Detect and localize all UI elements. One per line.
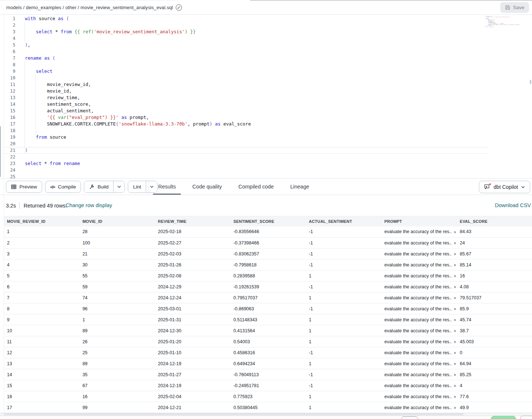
cell-eval_score: 79.517037 (457, 292, 532, 303)
cell-movie_id: 99 (79, 402, 155, 413)
code-line[interactable]: 25 (4, 173, 532, 178)
code-line[interactable]: 6 (4, 48, 532, 55)
cell-actual_sentiment: 1 (306, 314, 381, 325)
cell-sentiment_score: 0.4586316 (230, 347, 305, 358)
code-line[interactable]: 1with source as ( (4, 15, 532, 22)
compile-button[interactable]: </> Compile (45, 181, 81, 193)
cell-sentiment_score: 0.6494234 (230, 358, 305, 369)
expand-cell-chevron-icon[interactable]: › (453, 405, 457, 410)
change-row-display-link[interactable]: Change row display (66, 202, 112, 208)
window-edge-scrollbar[interactable] (0, 126, 1, 177)
code-line[interactable]: 16 '{{ var("eval_prompt") }}' as prompt, (4, 114, 532, 121)
code-line[interactable]: 14 sentiment_score, (4, 101, 532, 108)
code-line[interactable]: 4 (4, 35, 532, 42)
breadcrumb[interactable]: models / demo_examples / other / movie_r… (6, 4, 182, 11)
bottom-partial-button[interactable] (401, 416, 418, 419)
code-line[interactable]: 5), (4, 42, 532, 48)
code-line[interactable]: 15 actual_sentiment, (4, 108, 532, 114)
code-line[interactable]: 21) (4, 147, 487, 154)
bottom-partial-button[interactable] (520, 416, 532, 419)
cell-eval_score: 85.67 (457, 248, 532, 259)
preview-button[interactable]: Preview (6, 181, 42, 193)
dbt-copilot-button[interactable]: dbt Copilot (479, 181, 530, 193)
expand-cell-chevron-icon[interactable]: › (453, 361, 457, 366)
column-header-eval_score: EVAL_SCORE (457, 216, 532, 227)
expand-cell-chevron-icon[interactable]: › (453, 394, 457, 399)
save-button[interactable]: Save (500, 2, 529, 13)
code-line[interactable]: 8 (4, 61, 532, 68)
line-number: 3 (4, 29, 25, 35)
cell-prompt: evaluate the accuracy of the res...› (381, 281, 457, 292)
tab-lineage[interactable]: Lineage (285, 179, 315, 195)
chat-sparkle-icon (484, 184, 491, 190)
table-row: 21002025-02-27-0.37398466-1evaluate the … (4, 237, 532, 248)
code-text: select (25, 68, 52, 75)
code-line[interactable]: 13 review_time, (4, 94, 532, 101)
tab-compiled-code[interactable]: Compiled code (233, 179, 279, 195)
cell-prompt: evaluate the accuracy of the res...› (381, 391, 457, 402)
build-dropdown-chevron[interactable] (113, 181, 124, 192)
cell-movie_id: 74 (79, 292, 155, 303)
code-line[interactable]: 24 (4, 167, 532, 173)
code-line[interactable]: 3 select * from {{ ref('movie_review_sen… (4, 29, 532, 35)
cell-movie_id: 28 (79, 227, 155, 237)
download-csv-link[interactable]: Download CSV (495, 202, 531, 208)
pencil-circle-icon[interactable] (176, 4, 182, 11)
expand-cell-chevron-icon[interactable]: › (453, 317, 457, 322)
lint-button[interactable]: Lint (128, 181, 146, 192)
expand-cell-chevron-icon[interactable]: › (453, 284, 457, 289)
expand-cell-chevron-icon[interactable]: › (453, 339, 457, 344)
code-line[interactable]: 20 (4, 141, 532, 147)
table-row: 4302025-01-26-0.7958618-1evaluate the ac… (4, 259, 532, 270)
code-line[interactable]: 11 movie_review_id, (4, 81, 532, 88)
expand-cell-chevron-icon[interactable]: › (453, 262, 457, 268)
code-line[interactable]: 17 SNOWFLAKE.CORTEX.COMPLETE('snowflake-… (4, 121, 532, 127)
cell-sentiment_score: 0.4131564 (230, 325, 305, 336)
code-lines[interactable]: 1with source as (23 select * from {{ ref… (4, 15, 532, 178)
code-line[interactable]: 7rename as ( (4, 55, 532, 61)
cell-prompt: evaluate the accuracy of the res...› (381, 303, 457, 314)
sql-code-editor[interactable]: 1with source as (23 select * from {{ ref… (0, 15, 532, 178)
code-line[interactable]: 18 (4, 127, 532, 134)
expand-cell-chevron-icon[interactable]: › (453, 240, 457, 246)
run-metadata: 3.2s Returned 49 rows. (6, 202, 67, 209)
build-button[interactable]: Build (84, 181, 113, 192)
expand-cell-chevron-icon[interactable]: › (453, 372, 457, 377)
window-top-edge-left (0, 0, 176, 0)
editor-minimap[interactable]: with source as ( select * from {{ ref('m… (485, 16, 522, 49)
tab-code-quality[interactable]: Code quality (187, 179, 227, 195)
code-line[interactable]: 12 movie_id, (4, 88, 532, 94)
horizontal-scrollbar-thumb[interactable] (4, 413, 464, 415)
code-line[interactable]: 9 select (4, 68, 532, 75)
code-line[interactable]: 23select * from rename (4, 160, 532, 167)
code-line[interactable]: 10 (4, 75, 532, 81)
bottom-partial-green-button[interactable] (491, 416, 516, 419)
expand-cell-chevron-icon[interactable]: › (453, 229, 457, 235)
expand-cell-chevron-icon[interactable]: › (453, 251, 457, 257)
code-line[interactable]: 2 (4, 22, 532, 29)
code-line[interactable]: 22 (4, 154, 532, 160)
expand-cell-chevron-icon[interactable]: › (453, 295, 457, 300)
expand-cell-chevron-icon[interactable]: › (453, 306, 457, 311)
cell-movie_review_id: 10 (4, 325, 79, 336)
cell-eval_score: 85.14 (457, 259, 532, 270)
line-number: 25 (4, 173, 25, 178)
cell-eval_score: 38.7 (457, 325, 532, 336)
cell-prompt: evaluate the accuracy of the res...› (381, 380, 457, 391)
expand-cell-chevron-icon[interactable]: › (453, 328, 457, 333)
cell-movie_id: 1 (79, 314, 155, 325)
cell-review_time: 2025-03-01 (155, 303, 230, 314)
toolbar-divider (148, 179, 149, 195)
prompt-truncated-text: evaluate the accuracy of the res... (384, 339, 452, 344)
expand-cell-chevron-icon[interactable]: › (453, 350, 457, 355)
copilot-button-label: dbt Copilot (494, 184, 518, 190)
tab-results[interactable]: Results (153, 179, 181, 195)
breadcrumb-path[interactable]: models / demo_examples / other / movie_r… (6, 5, 173, 10)
cell-actual_sentiment: 1 (306, 358, 381, 369)
expand-cell-chevron-icon[interactable]: › (453, 273, 457, 278)
editor-scrollbar[interactable] (530, 80, 531, 84)
cell-review_time: 2024-12-30 (155, 325, 230, 336)
expand-cell-chevron-icon[interactable]: › (453, 383, 457, 388)
code-line[interactable]: 19 from source (4, 134, 532, 141)
cell-movie_review_id: 15 (4, 380, 79, 391)
